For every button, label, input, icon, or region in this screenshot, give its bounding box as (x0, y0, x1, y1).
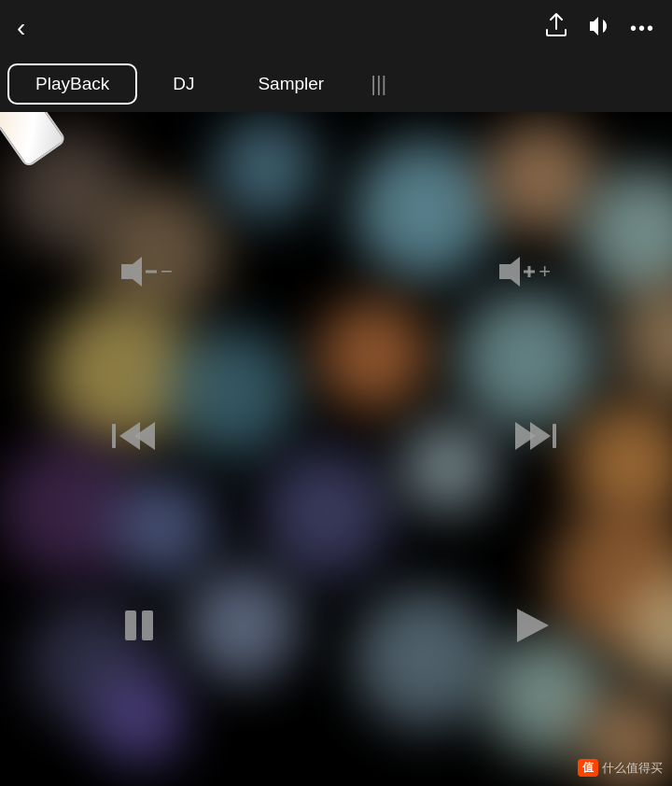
svg-rect-10 (553, 424, 556, 448)
watermark-badge: 值 (578, 759, 598, 777)
share-icon[interactable] (546, 13, 567, 43)
tab-dj[interactable]: DJ (145, 63, 222, 105)
volume-up-button[interactable]: + (499, 257, 551, 287)
svg-marker-9 (530, 422, 551, 450)
back-button[interactable]: ‹ (17, 13, 25, 43)
tab-playback[interactable]: PlayBack (7, 63, 137, 105)
previous-button[interactable] (112, 420, 157, 452)
tab-more[interactable]: ||| (359, 63, 398, 105)
pause-button[interactable] (121, 607, 159, 644)
svg-rect-12 (142, 611, 153, 640)
tabs-bar: PlayBack DJ Sampler ||| (0, 56, 672, 112)
svg-marker-2 (499, 257, 520, 287)
header-right: ••• (546, 13, 655, 43)
header-left: ‹ (17, 13, 25, 43)
header: ‹ ••• (0, 0, 672, 56)
more-icon[interactable]: ••• (630, 18, 655, 39)
watermark: 值 什么值得买 (578, 759, 663, 777)
svg-rect-5 (112, 424, 116, 448)
svg-rect-11 (125, 611, 136, 640)
play-button[interactable] (515, 607, 551, 644)
controls-overlay: − + (0, 112, 672, 786)
next-button[interactable] (515, 420, 560, 452)
svg-marker-0 (121, 257, 142, 287)
volume-down-button[interactable]: − (121, 257, 173, 287)
tab-sampler[interactable]: Sampler (230, 63, 352, 105)
volume-icon[interactable] (587, 15, 609, 41)
svg-marker-13 (517, 609, 549, 642)
watermark-text: 什么值得买 (602, 760, 663, 777)
